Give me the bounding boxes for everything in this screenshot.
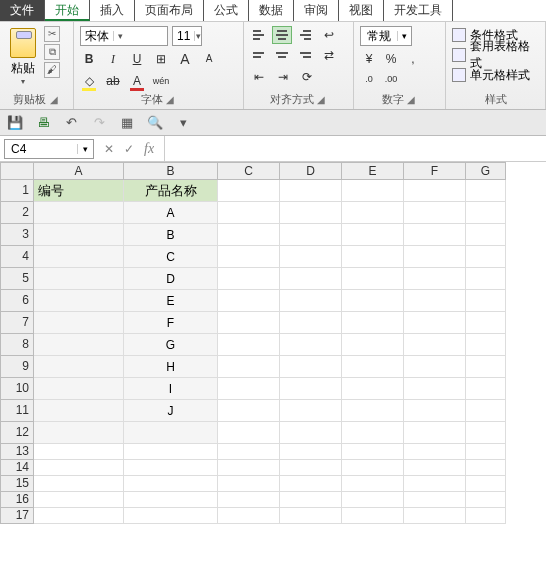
cancel-formula-icon[interactable]: ✕ [104, 142, 114, 156]
cell[interactable] [466, 492, 506, 508]
cell[interactable] [280, 492, 342, 508]
cell[interactable] [466, 334, 506, 356]
tab-file[interactable]: 文件 [0, 0, 45, 21]
cell-style-button[interactable]: 单元格样式 [452, 66, 539, 84]
select-all-corner[interactable] [0, 162, 34, 180]
cell[interactable] [280, 508, 342, 524]
wrap-text-button[interactable]: ↩ [320, 26, 338, 44]
paste-button[interactable]: 粘贴 ▾ [6, 26, 40, 86]
row-header[interactable]: 12 [0, 422, 34, 444]
cell[interactable] [342, 444, 404, 460]
redo-icon[interactable]: ↷ [90, 114, 108, 132]
border-button[interactable]: ⊞ [152, 50, 170, 68]
row-header[interactable]: 13 [0, 444, 34, 460]
cell[interactable] [34, 334, 124, 356]
cell[interactable] [466, 356, 506, 378]
grow-font-button[interactable]: A [176, 50, 194, 68]
cell[interactable] [466, 508, 506, 524]
row-header[interactable]: 16 [0, 492, 34, 508]
cell[interactable] [466, 476, 506, 492]
dec-decimal-button[interactable]: .00 [382, 70, 400, 88]
cell[interactable] [34, 356, 124, 378]
cell[interactable] [218, 224, 280, 246]
row-header[interactable]: 10 [0, 378, 34, 400]
cell[interactable] [342, 290, 404, 312]
font-color-button[interactable]: A [128, 72, 146, 90]
cell[interactable] [342, 460, 404, 476]
print-icon[interactable]: 🖶 [34, 114, 52, 132]
cell[interactable] [280, 246, 342, 268]
cell[interactable] [404, 400, 466, 422]
cell[interactable] [404, 290, 466, 312]
cell[interactable] [466, 444, 506, 460]
cell[interactable] [404, 492, 466, 508]
strike-button[interactable]: ab [104, 72, 122, 90]
cell[interactable] [218, 476, 280, 492]
row-header[interactable]: 3 [0, 224, 34, 246]
cell[interactable] [124, 460, 218, 476]
col-header-A[interactable]: A [34, 162, 124, 180]
cell[interactable] [34, 268, 124, 290]
cell[interactable] [404, 180, 466, 202]
cell[interactable] [404, 444, 466, 460]
tab-review[interactable]: 审阅 [294, 0, 339, 21]
cell[interactable] [34, 422, 124, 444]
cell[interactable] [218, 508, 280, 524]
cell[interactable] [404, 460, 466, 476]
align-bot-center[interactable] [272, 46, 292, 64]
cell[interactable] [124, 422, 218, 444]
row-header[interactable]: 8 [0, 334, 34, 356]
cell[interactable] [34, 444, 124, 460]
number-format-combo[interactable]: 常规▾ [360, 26, 412, 46]
shrink-font-button[interactable]: A [200, 50, 218, 68]
cell[interactable] [280, 378, 342, 400]
cell[interactable] [342, 334, 404, 356]
indent-inc-button[interactable]: ⇥ [274, 68, 292, 86]
cell[interactable]: G [124, 334, 218, 356]
cell[interactable]: D [124, 268, 218, 290]
cell[interactable] [280, 290, 342, 312]
cell[interactable] [342, 224, 404, 246]
tab-insert[interactable]: 插入 [90, 0, 135, 21]
preview-icon[interactable]: 🔍 [146, 114, 164, 132]
align-top-center[interactable] [272, 26, 292, 44]
bold-button[interactable]: B [80, 50, 98, 68]
cell[interactable] [34, 290, 124, 312]
formula-bar[interactable] [164, 136, 546, 161]
row-header[interactable]: 7 [0, 312, 34, 334]
cell[interactable] [34, 492, 124, 508]
cell[interactable] [466, 202, 506, 224]
cell[interactable] [280, 460, 342, 476]
cell[interactable]: E [124, 290, 218, 312]
cell[interactable] [34, 400, 124, 422]
cell[interactable] [466, 460, 506, 476]
cell[interactable] [466, 378, 506, 400]
cell[interactable] [218, 202, 280, 224]
indent-dec-button[interactable]: ⇤ [250, 68, 268, 86]
cell[interactable] [404, 246, 466, 268]
cell[interactable] [280, 422, 342, 444]
tab-home[interactable]: 开始 [45, 0, 90, 21]
table-format-button[interactable]: 套用表格格式 [452, 46, 539, 64]
cell[interactable]: 产品名称 [124, 180, 218, 202]
cell[interactable] [466, 312, 506, 334]
cell[interactable]: B [124, 224, 218, 246]
cell[interactable] [404, 508, 466, 524]
cell[interactable]: H [124, 356, 218, 378]
fx-icon[interactable]: fx [144, 141, 154, 157]
cell[interactable] [466, 224, 506, 246]
cell[interactable] [342, 268, 404, 290]
col-header-F[interactable]: F [404, 162, 466, 180]
row-header[interactable]: 6 [0, 290, 34, 312]
cell[interactable] [342, 492, 404, 508]
cell[interactable] [34, 202, 124, 224]
comma-button[interactable]: , [404, 50, 422, 68]
cell[interactable] [342, 422, 404, 444]
cell[interactable] [280, 444, 342, 460]
orientation-button[interactable]: ⟳ [298, 68, 316, 86]
row-header[interactable]: 17 [0, 508, 34, 524]
cell[interactable] [218, 356, 280, 378]
cell[interactable] [342, 180, 404, 202]
cell[interactable] [280, 180, 342, 202]
page-icon[interactable]: ▦ [118, 114, 136, 132]
